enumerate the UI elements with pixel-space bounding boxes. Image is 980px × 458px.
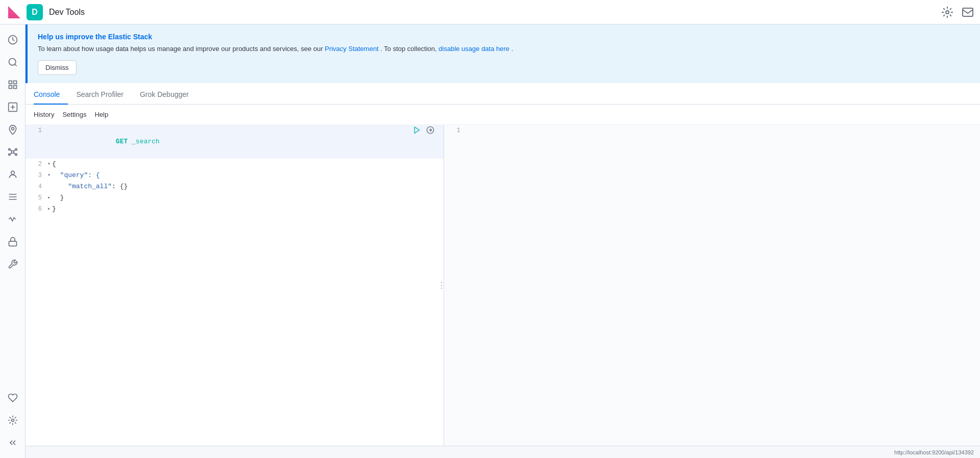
right-pane: 1: [444, 125, 980, 446]
run-button[interactable]: [412, 125, 422, 135]
sidebar-item-observability[interactable]: [3, 388, 23, 408]
tab-console[interactable]: Console: [34, 85, 68, 105]
code-line-5: 5 ▸ }: [26, 192, 444, 203]
sidebar-item-users[interactable]: [3, 164, 23, 185]
code-line-3: 3 ▾ "query": {: [26, 170, 444, 181]
privacy-statement-link[interactable]: Privacy Statement: [325, 45, 379, 53]
status-bar: http://localhost:9200/api/134392: [26, 446, 980, 458]
tab-grok-debugger[interactable]: Grok Debugger: [132, 85, 197, 105]
svg-point-15: [11, 171, 14, 174]
topbar: D Dev Tools: [0, 0, 980, 24]
sidebar-item-canvas[interactable]: [3, 97, 23, 117]
sub-toolbar: History Settings Help: [26, 105, 980, 125]
code-line-6: 6 ▸ }: [26, 203, 444, 215]
line-actions: [412, 125, 439, 135]
sidebar-item-security[interactable]: [3, 232, 23, 252]
sidebar-item-logs[interactable]: [3, 187, 23, 207]
code-editor[interactable]: 1 GET _search: [26, 125, 444, 446]
dismiss-button[interactable]: Dismiss: [38, 60, 77, 75]
sidebar-collapse-button[interactable]: [3, 432, 23, 453]
kibana-logo: [6, 4, 22, 20]
output-editor[interactable]: 1: [444, 125, 980, 446]
app-icon: D: [27, 4, 43, 20]
pane-drag-handle[interactable]: ⋮: [439, 275, 444, 295]
disable-usage-link[interactable]: disable usage data here: [438, 45, 509, 53]
left-pane: 1 GET _search: [26, 125, 444, 446]
svg-marker-18: [414, 127, 419, 133]
svg-point-13: [8, 154, 10, 155]
banner-text: To learn about how usage data helps us m…: [38, 44, 970, 54]
svg-point-14: [15, 154, 17, 155]
svg-rect-5: [13, 81, 16, 84]
history-button[interactable]: History: [34, 109, 58, 120]
svg-point-12: [15, 148, 17, 150]
sidebar-item-clock[interactable]: [3, 30, 23, 50]
code-line-4: 4 "match_all": {}: [26, 181, 444, 192]
svg-rect-16: [9, 241, 16, 246]
tab-search-profiler[interactable]: Search Profiler: [68, 85, 132, 105]
svg-rect-4: [9, 81, 12, 84]
sidebar-item-discover[interactable]: [3, 52, 23, 72]
svg-rect-6: [9, 86, 12, 89]
svg-point-3: [9, 59, 15, 65]
status-url: http://localhost:9200/api/134392: [894, 449, 974, 455]
page-title: Dev Tools: [49, 8, 941, 17]
help-button[interactable]: Help: [90, 109, 112, 120]
svg-point-17: [11, 419, 14, 422]
sidebar-item-devtools[interactable]: [3, 254, 23, 274]
svg-point-0: [946, 11, 949, 14]
sidebar-item-maps[interactable]: [3, 119, 23, 140]
code-line-2: 2 ▾ {: [26, 159, 444, 170]
code-line-1: 1 GET _search: [26, 125, 444, 159]
sidebar: [0, 24, 26, 458]
editor-area: 1 GET _search: [26, 125, 980, 446]
svg-point-11: [8, 148, 10, 150]
banner-title: Help us improve the Elastic Stack: [38, 33, 970, 41]
sidebar-item-ml[interactable]: [3, 142, 23, 162]
sidebar-item-apm[interactable]: [3, 209, 23, 230]
mail-icon[interactable]: [962, 6, 974, 18]
settings-icon[interactable]: [941, 6, 953, 18]
svg-rect-7: [13, 86, 16, 89]
tabs-bar: Console Search Profiler Grok Debugger: [26, 85, 980, 105]
sidebar-item-dashboard[interactable]: [3, 74, 23, 95]
help-banner: Help us improve the Elastic Stack To lea…: [26, 24, 980, 83]
svg-rect-1: [963, 8, 973, 16]
svg-point-9: [11, 128, 14, 130]
settings-button[interactable]: Settings: [58, 109, 90, 120]
sidebar-item-settings[interactable]: [3, 410, 23, 430]
copy-as-curl-button[interactable]: [425, 125, 435, 135]
output-line-1: 1: [444, 125, 980, 136]
